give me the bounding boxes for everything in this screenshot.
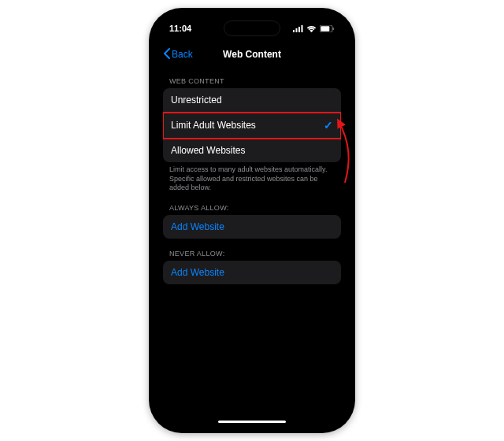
web-content-footer: Limit access to many adult websites auto…	[163, 162, 341, 193]
section-header-never-allow: NEVER ALLOW:	[163, 239, 341, 261]
svg-rect-0	[293, 30, 295, 32]
dynamic-island	[224, 20, 280, 36]
svg-rect-3	[302, 25, 303, 32]
navigation-bar: Back Web Content	[155, 43, 349, 66]
option-limit-adult-websites[interactable]: Limit Adult Websites ✓	[163, 113, 341, 139]
back-label: Back	[172, 49, 193, 60]
option-allowed-websites[interactable]: Allowed Websites	[163, 139, 341, 162]
option-unrestricted-label: Unrestricted	[171, 94, 222, 106]
section-header-web-content: WEB CONTENT	[163, 66, 341, 88]
checkmark-icon: ✓	[324, 119, 333, 132]
add-website-always-allow[interactable]: Add Website	[163, 215, 341, 239]
battery-icon	[320, 25, 335, 32]
add-website-never-allow[interactable]: Add Website	[163, 261, 341, 284]
svg-rect-1	[296, 28, 298, 32]
phone-frame: 11:04 Back Web Content	[149, 8, 355, 433]
back-button[interactable]: Back	[163, 48, 193, 61]
svg-rect-2	[298, 27, 300, 32]
page-title: Web Content	[223, 49, 281, 60]
cellular-icon	[293, 25, 303, 32]
option-unrestricted[interactable]: Unrestricted	[163, 88, 341, 113]
option-allowed-websites-label: Allowed Websites	[171, 145, 246, 156]
web-content-options: Unrestricted Limit Adult Websites ✓ Allo…	[163, 88, 341, 162]
option-limit-adult-label: Limit Adult Websites	[171, 120, 256, 131]
status-indicators	[293, 25, 335, 32]
svg-rect-5	[321, 26, 329, 31]
wifi-icon	[306, 25, 317, 32]
always-allow-group: Add Website	[163, 215, 341, 239]
status-time: 11:04	[169, 24, 191, 33]
content-area: WEB CONTENT Unrestricted Limit Adult Web…	[155, 66, 349, 284]
section-header-always-allow: ALWAYS ALLOW:	[163, 193, 341, 215]
home-indicator[interactable]	[218, 421, 286, 423]
chevron-left-icon	[163, 48, 170, 61]
add-website-never-label: Add Website	[171, 267, 224, 278]
svg-rect-6	[333, 28, 334, 30]
add-website-always-label: Add Website	[171, 221, 224, 232]
never-allow-group: Add Website	[163, 261, 341, 284]
screen: 11:04 Back Web Content	[155, 14, 349, 427]
